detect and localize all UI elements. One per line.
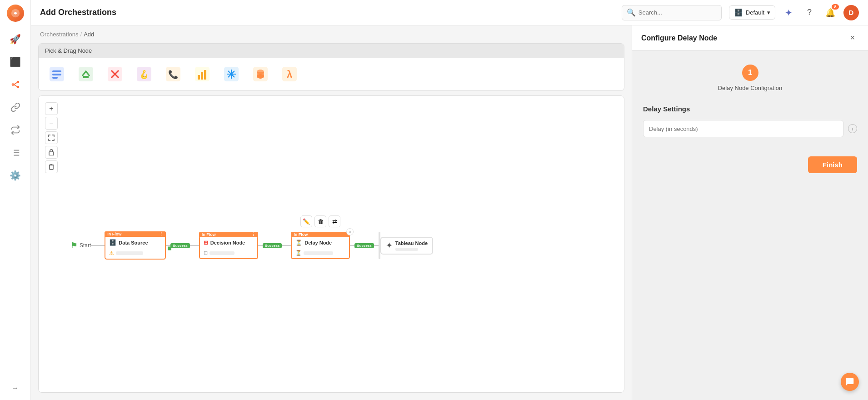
svg-rect-16 [79, 67, 93, 81]
decision-node-header: In Flow ⋮ [199, 232, 258, 237]
datasource-menu-icon[interactable]: ⋮ [159, 232, 163, 236]
canvas-panel: Orchestrations / Add Pick & Drag Node [31, 25, 632, 400]
workspace-icon: 🗄️ [734, 8, 743, 17]
toolbar-flow-btn[interactable]: ⇄ [329, 215, 340, 227]
start-flag-icon: ⚑ [70, 240, 78, 250]
sidebar-bottom: → [5, 381, 25, 395]
zoom-in-btn[interactable]: + [45, 102, 58, 115]
app-logo[interactable] [7, 5, 24, 22]
header: Add Orchestrations 🔍 🗄️ Default ▾ ✦ ? 🔔 … [31, 0, 868, 25]
user-avatar[interactable]: D [843, 5, 859, 20]
chat-icon[interactable] [841, 373, 859, 391]
conn-line-2b [282, 245, 291, 246]
help-icon: ? [807, 8, 812, 17]
datasource-node-placeholder [116, 251, 143, 255]
sidebar-item-rocket[interactable]: 🚀 [5, 29, 25, 49]
breadcrumb-orchestrations[interactable]: Orchestrations [40, 31, 79, 38]
search-input[interactable] [639, 9, 717, 16]
sidebar-item-connections[interactable] [5, 97, 25, 117]
tableau-node-content: Tableau Node [395, 240, 428, 251]
svg-rect-28 [204, 70, 206, 80]
conn-success-3: Success [350, 243, 378, 248]
delay-node-close-btn[interactable]: × [346, 228, 354, 235]
tableau-node-sub [395, 248, 418, 251]
toolbar-edit-btn[interactable]: ✏️ [300, 215, 312, 227]
palette-node-delay[interactable] [249, 62, 272, 86]
conn-success-2: Success [258, 243, 291, 248]
decision-node-title: Decision Node [210, 240, 245, 245]
palette-node-datasource[interactable] [45, 62, 69, 86]
palette-node-webhook[interactable]: 🪝 [132, 62, 156, 86]
sidebar-item-orchestrations[interactable] [5, 75, 25, 95]
finish-button[interactable]: Finish [808, 156, 857, 173]
decision-node-sub-icon: ⊡ [204, 250, 208, 256]
node-out-dot-1 [168, 247, 171, 250]
conn-line-2a [258, 245, 263, 246]
sidebar-item-transform[interactable] [5, 120, 25, 140]
svg-rect-27 [201, 72, 203, 80]
decision-menu-icon[interactable]: ⋮ [251, 232, 255, 237]
sidebar-collapse-btn[interactable]: → [5, 381, 25, 395]
svg-rect-40 [49, 152, 54, 155]
zoom-out-btn[interactable]: − [45, 117, 58, 130]
decision-tag: In Flow [202, 232, 216, 237]
delay-node-title-row: ⏳ Delay Node [292, 237, 349, 248]
datasource-node-body: 🗄️ Data Source ⚠ [105, 237, 166, 260]
flow-layout: ⚑ Start In Flow ⋮ 🗄️ [70, 231, 433, 260]
search-box[interactable]: 🔍 [622, 5, 722, 20]
delay-settings-title: Delay Settings [643, 105, 857, 113]
right-panel-title: Configure Delay Node [641, 34, 717, 42]
palette-node-integration[interactable] [219, 62, 243, 86]
svg-line-5 [14, 85, 17, 87]
fullscreen-btn[interactable] [45, 131, 58, 144]
main-content: Add Orchestrations 🔍 🗄️ Default ▾ ✦ ? 🔔 … [31, 0, 868, 400]
datasource-node-title: Data Source [119, 240, 148, 245]
delay-info-icon[interactable]: i [848, 124, 857, 133]
workspace-selector[interactable]: 🗄️ Default ▾ [729, 5, 775, 20]
delay-tag: In Flow [294, 232, 308, 237]
workspace-label: Default [746, 9, 764, 16]
palette-node-transform[interactable] [74, 62, 98, 86]
toolbar-delete-btn[interactable]: 🗑 [314, 215, 326, 227]
close-panel-btn[interactable]: × [846, 32, 859, 45]
palette-node-decision[interactable] [103, 62, 127, 86]
decision-node-body: ⊞ Decision Node ⊡ [199, 237, 258, 259]
svg-rect-41 [50, 165, 53, 170]
svg-rect-37 [257, 72, 264, 76]
lock-btn[interactable] [45, 146, 58, 159]
conn-line-3b [374, 245, 379, 246]
start-node: ⚑ Start [70, 240, 91, 250]
datasource-node-header: In Flow ⋮ [105, 231, 166, 237]
decision-node-icon: ⊞ [204, 240, 208, 246]
sidebar-item-settings[interactable]: ⚙️ [5, 165, 25, 185]
palette-node-powerbi[interactable] [190, 62, 214, 86]
sidebar-item-versions[interactable] [5, 143, 25, 163]
help-btn[interactable]: ? [802, 5, 817, 20]
datasource-node-icon: 🗄️ [109, 239, 116, 246]
delay-node-content: ⏳ [292, 248, 349, 258]
canvas-container: + − [38, 95, 624, 393]
palette-node-lambda[interactable]: λ [278, 62, 301, 86]
tableau-icon: ✦ [386, 240, 393, 250]
datasource-node-title-row: 🗄️ Data Source [105, 237, 165, 248]
datasource-node-content: ⚠ [105, 248, 165, 259]
notification-badge: 8 [832, 4, 839, 10]
header-right: 🗄️ Default ▾ ✦ ? 🔔 8 D [729, 5, 859, 20]
tableau-node[interactable]: ✦ Tableau Node [380, 237, 433, 255]
delay-seconds-input[interactable] [643, 120, 843, 137]
palette-node-voice[interactable]: 📞 [161, 62, 185, 86]
svg-rect-15 [52, 77, 58, 79]
svg-point-3 [17, 86, 19, 88]
notifications-btn[interactable]: 🔔 8 [823, 5, 838, 20]
delay-node-icon: ⏳ [295, 240, 302, 246]
node-palette: Pick & Drag Node [38, 43, 624, 91]
trash-canvas-btn[interactable] [45, 160, 58, 173]
right-panel-header: Configure Delay Node × [632, 25, 868, 51]
datasource-node-wrapper: In Flow ⋮ 🗄️ Data Source ⚠ [105, 231, 166, 260]
sparkle-btn[interactable]: ✦ [781, 5, 796, 20]
start-label: Start [80, 242, 91, 249]
delay-settings-section: Delay Settings i [643, 105, 857, 145]
sidebar-item-dashboard[interactable]: ⬛ [5, 52, 25, 72]
step-indicator: 1 Delay Node Configration [643, 65, 857, 91]
delay-node-body: ⏳ Delay Node ⏳ [291, 237, 350, 259]
